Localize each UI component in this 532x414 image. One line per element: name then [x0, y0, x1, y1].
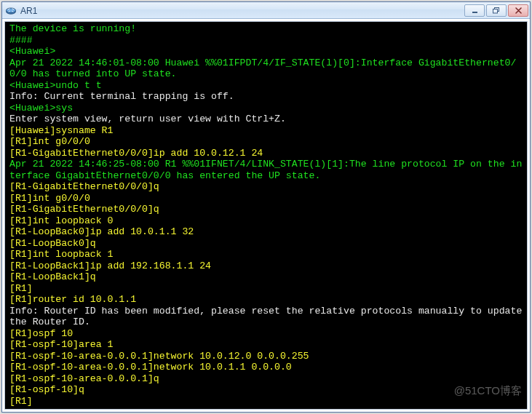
svg-point-1 [7, 8, 16, 12]
terminal-line: Enter system view, return user view with… [9, 114, 524, 125]
terminal-line: [R1-ospf-10]area 1 [9, 339, 524, 351]
window-title: AR1 [20, 5, 463, 16]
terminal-line: [Huawei]sysname R1 [9, 125, 524, 137]
terminal-line: Info: Current terminal trapping is off. [9, 91, 524, 103]
terminal-line: [R1]router id 10.0.1.1 [9, 294, 524, 306]
terminal-line: Apr 21 2022 14:46:25-08:00 R1 %%01IFNET/… [9, 159, 524, 181]
terminal[interactable]: The device is running!####<Huawei>Apr 21… [4, 21, 528, 410]
terminal-line: [R1] [9, 283, 524, 295]
terminal-line: <Huawei>undo t t [9, 80, 524, 92]
terminal-line: [R1]int g0/0/0 [9, 193, 524, 204]
terminal-line: [R1-ospf-10-area-0.0.0.1]network 10.0.12… [9, 351, 524, 362]
terminal-line: [R1-GigabitEthernet0/0/0]q [9, 204, 524, 215]
terminal-line: [R1-ospf-10]q [9, 384, 524, 396]
window-controls [463, 4, 528, 17]
terminal-line: [R1-LoopBack1]ip add 192.168.1.1 24 [9, 260, 524, 272]
terminal-line: [R1]int loopback 1 [9, 249, 524, 260]
terminal-line: [R1] [9, 396, 524, 407]
close-button[interactable] [508, 4, 528, 17]
terminal-line: Apr 21 2022 14:46:01-08:00 Huawei %%01IF… [9, 57, 524, 80]
terminal-line: <Huawei>sys [9, 103, 524, 114]
terminal-line: [R1-GigabitEthernet0/0/0]ip add 10.0.12.… [9, 148, 524, 159]
terminal-line: The device is running! [9, 23, 524, 35]
terminal-output: The device is running!####<Huawei>Apr 21… [5, 22, 527, 408]
terminal-line: [R1-ospf-10-area-0.0.0.1]q [9, 373, 524, 385]
terminal-line: [R1-LoopBack0]q [9, 238, 524, 250]
restore-button[interactable] [486, 4, 507, 17]
terminal-line: Info: Router ID has been modified, pleas… [9, 306, 524, 328]
minimize-button[interactable] [464, 4, 485, 17]
terminal-line: [R1-LoopBack0]ip add 10.0.1.1 32 [9, 226, 524, 238]
titlebar[interactable]: AR1 [2, 2, 530, 19]
terminal-line: [R1]int g0/0/0 [9, 136, 524, 148]
terminal-line: [R1]ospf 10 [9, 328, 524, 340]
svg-rect-2 [472, 12, 477, 13]
terminal-line: [R1-LoopBack1]q [9, 271, 524, 283]
svg-rect-4 [493, 9, 498, 13]
terminal-line: [R1-ospf-10-area-0.0.0.1]network 10.0.1.… [9, 362, 524, 373]
app-window: AR1 The device is running!####<Huawei>Ap… [1, 1, 531, 413]
router-icon [5, 4, 17, 16]
terminal-container: The device is running!####<Huawei>Apr 21… [2, 19, 530, 412]
terminal-line: [R1]int loopback 0 [9, 215, 524, 227]
terminal-line: [R1-GigabitEthernet0/0/0]q [9, 181, 524, 193]
terminal-line: #### [9, 35, 524, 47]
terminal-line: <Huawei> [9, 46, 524, 57]
